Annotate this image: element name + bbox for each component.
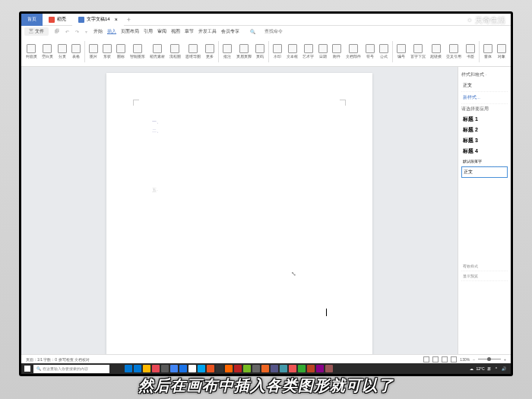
ribbon-button[interactable]: 形状 <box>100 44 114 59</box>
taskbar-app-icon[interactable] <box>298 365 306 372</box>
ribbon-button[interactable]: 图标 <box>114 44 128 59</box>
ribbon-button[interactable]: 思维导图 <box>183 44 203 59</box>
ribbon-button[interactable]: 首字下沉 <box>408 44 428 59</box>
taskbar-app-icon[interactable] <box>234 365 242 372</box>
ribbon-button[interactable]: 分页 <box>55 44 69 59</box>
taskbar-app-icon[interactable] <box>289 365 296 372</box>
panel-footer[interactable]: 显示预览 <box>461 271 508 281</box>
ribbon-button[interactable]: 对象 <box>495 44 508 59</box>
taskbar-app-icon[interactable] <box>271 365 278 372</box>
ribbon-button[interactable]: 附件 <box>330 44 344 59</box>
close-icon[interactable]: × <box>115 17 118 22</box>
taskbar-app-icon[interactable] <box>179 365 187 372</box>
taskbar-app-icon[interactable] <box>125 365 132 372</box>
view-icon[interactable] <box>451 356 457 363</box>
new-style-link[interactable]: 新样式... <box>461 92 508 104</box>
zoom-slider[interactable] <box>478 359 501 359</box>
windows-icon <box>24 366 30 372</box>
app-icon <box>49 17 55 23</box>
ribbon-button[interactable]: 艺术字 <box>300 44 316 59</box>
menu-item[interactable]: 开始 <box>93 29 103 33</box>
ribbon-button[interactable]: 智能图形 <box>128 44 147 59</box>
taskbar-app-icon[interactable] <box>316 365 324 372</box>
ribbon-button[interactable]: 日期 <box>316 44 330 59</box>
ribbon-button[interactable]: 流程图 <box>167 44 183 59</box>
taskbar-app-icon[interactable] <box>134 365 141 372</box>
view-icon[interactable] <box>423 356 429 363</box>
taskbar-app-icon[interactable] <box>143 365 150 372</box>
zoom-out[interactable]: − <box>473 357 475 362</box>
qat-icon[interactable]: 🗐 <box>55 29 59 33</box>
taskbar-app-icon[interactable] <box>152 365 160 372</box>
zoom-in[interactable]: + <box>504 357 506 362</box>
taskbar-app-icon[interactable] <box>207 365 214 372</box>
ribbon-icon <box>379 44 388 53</box>
ribbon-button[interactable]: 编号 <box>394 44 408 59</box>
menu-item[interactable]: 章节 <box>185 29 194 33</box>
view-icon[interactable] <box>442 356 448 363</box>
command-search[interactable] <box>264 29 310 33</box>
ribbon-button[interactable]: 空白页 <box>40 44 55 59</box>
menu-item[interactable]: 页面布局 <box>121 29 139 33</box>
ribbon-button[interactable]: 页眉页脚 <box>234 44 254 59</box>
ribbon-button[interactable]: 窗体 <box>481 44 495 59</box>
menu-item[interactable]: 会员专享 <box>221 29 239 33</box>
taskbar-search[interactable]: 🔍 在这里输入你要搜索的内容 <box>33 365 109 373</box>
ribbon-button[interactable]: 批注 <box>220 44 234 59</box>
taskbar-app-icon[interactable] <box>161 365 169 372</box>
tray-icon[interactable]: 🔊 <box>502 366 506 371</box>
qat-icon[interactable]: ↶ <box>65 29 69 34</box>
tab-document[interactable]: 文字文稿14 × <box>72 14 124 26</box>
new-tab-button[interactable]: + <box>127 16 131 24</box>
ribbon-button[interactable]: 交叉引用 <box>444 44 464 59</box>
menu-item[interactable]: 审阅 <box>157 29 166 33</box>
taskbar-app-icon[interactable] <box>325 365 333 372</box>
taskbar-app-icon[interactable] <box>243 365 251 372</box>
ribbon-button[interactable]: 文档部件 <box>344 44 363 59</box>
ribbon-button[interactable]: 页码 <box>254 44 268 59</box>
ribbon-button[interactable]: 封面页 <box>24 44 40 59</box>
tab-home[interactable]: 首页 <box>21 14 43 26</box>
style-heading[interactable]: 标题 3 <box>461 135 508 146</box>
style-heading[interactable]: 标题 1 <box>461 114 508 125</box>
start-button[interactable] <box>21 363 33 374</box>
ribbon-icon <box>205 44 214 53</box>
ribbon-button[interactable]: 水印 <box>271 44 284 59</box>
ribbon-button[interactable]: 更多 <box>203 44 217 59</box>
weather-widget[interactable]: ☁ 12°C 雾 <box>470 366 490 371</box>
ribbon-button[interactable]: 超链接 <box>428 44 444 59</box>
taskbar-app-icon[interactable] <box>216 365 223 372</box>
menu-item[interactable]: 视图 <box>171 29 180 33</box>
ribbon-button[interactable]: 公式 <box>377 44 391 59</box>
zoom-level[interactable]: 130% <box>460 357 470 362</box>
ribbon-button[interactable]: 稻壳素材 <box>147 44 167 59</box>
taskbar-app-icon[interactable] <box>307 365 315 372</box>
default-font[interactable]: 默认段落字 <box>461 157 508 166</box>
view-icon[interactable] <box>432 356 439 363</box>
taskbar-app-icon[interactable] <box>170 365 178 372</box>
ribbon-button[interactable]: 图片 <box>87 44 100 59</box>
taskbar-app-icon[interactable] <box>252 365 260 372</box>
qat-icon[interactable]: ↷ <box>75 29 79 34</box>
file-menu[interactable]: 三 文件 <box>24 27 49 36</box>
taskbar-app-icon[interactable] <box>225 365 233 372</box>
ribbon-button[interactable]: 文本框 <box>284 44 300 59</box>
menu-item[interactable]: 插入 <box>107 29 116 34</box>
taskbar-app-icon[interactable] <box>198 365 205 372</box>
taskbar-app-icon[interactable] <box>261 365 269 372</box>
ribbon-button[interactable]: 书签 <box>464 44 477 59</box>
ribbon-button[interactable]: 符号 <box>363 44 377 59</box>
document-page[interactable]: 一、 二、 五· ⤡ <box>106 73 372 359</box>
menu-item[interactable]: 开发工具 <box>198 29 217 33</box>
tray-chevron[interactable]: ^ <box>496 366 497 371</box>
ribbon-icon <box>318 44 328 53</box>
tab-app[interactable]: 稻壳 <box>43 14 72 26</box>
style-heading[interactable]: 标题 4 <box>461 146 508 157</box>
taskbar-app-icon[interactable] <box>188 365 196 372</box>
panel-footer[interactable]: 有效样式 <box>461 261 508 271</box>
style-heading[interactable]: 标题 2 <box>461 125 508 135</box>
menu-item[interactable]: 引用 <box>144 29 153 33</box>
taskbar-app-icon[interactable] <box>280 365 287 372</box>
ribbon-button[interactable]: 表格 <box>69 44 83 59</box>
style-normal[interactable]: 正文 <box>461 166 508 178</box>
